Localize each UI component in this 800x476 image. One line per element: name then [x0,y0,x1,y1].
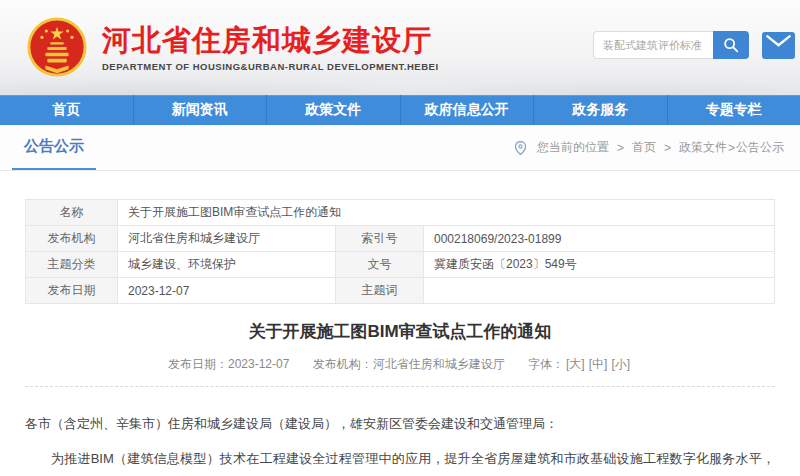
article-meta-date-label: 发布日期： [168,357,228,371]
breadcrumb: 您当前的位置 > 首页 > 政策文件 > 公告公示 [514,125,784,170]
nav-item-special[interactable]: 专题专栏 [667,95,800,125]
site-subtitle: DEPARTMENT OF HOUSING&URBAN-RURAL DEVELO… [102,61,439,72]
table-row: 发布机构 河北省住房和城乡建设厅 索引号 000218069/2023-0189… [26,226,775,252]
doc-keywords-label: 主题词 [336,278,424,304]
nav-item-policy[interactable]: 政策文件 [266,95,400,125]
doc-info-table: 名称 关于开展施工图BIM审查试点工作的通知 发布机构 河北省住房和城乡建设厅 … [25,199,775,304]
font-size-label: 字体： [528,357,564,371]
article-meta-agency-label: 发布机构： [313,357,373,371]
doc-agency-value: 河北省住房和城乡建设厅 [118,226,336,252]
header-search-area [593,31,795,59]
table-row: 名称 关于开展施工图BIM审查试点工作的通知 [26,200,775,226]
search-icon [722,36,740,54]
doc-keywords-value [424,278,775,304]
breadcrumb-current: 公告公示 [736,139,784,156]
doc-index-value: 000218069/2023-01899 [424,226,775,252]
font-size-large-button[interactable]: [大] [566,357,585,371]
breadcrumb-separator: > [664,141,671,155]
national-emblem-logo [26,15,88,81]
search-button[interactable] [713,31,749,59]
mail-icon [765,33,792,51]
search-input[interactable] [593,31,713,59]
nav-item-news[interactable]: 新闻资讯 [133,95,267,125]
section-title-tab: 公告公示 [12,125,96,170]
meta-divider [25,386,775,387]
table-row: 主题分类 城乡建设、环境保护 文号 冀建质安函〔2023〕549号 [26,252,775,278]
nav-item-services[interactable]: 政务服务 [533,95,667,125]
article-meta: 发布日期：2023-12-07 发布机构：河北省住房和城乡建设厅 字体：[大][… [25,356,775,373]
font-size-small-button[interactable]: [小] [611,357,630,371]
search-box [593,31,749,59]
article-meta-agency: 发布机构：河北省住房和城乡建设厅 [313,357,505,371]
doc-name-label: 名称 [26,200,118,226]
doc-name-value: 关于开展施工图BIM审查试点工作的通知 [118,200,775,226]
doc-number-label: 文号 [336,252,424,278]
doc-date-label: 发布日期 [26,278,118,304]
doc-category-label: 主题分类 [26,252,118,278]
article-meta-date-value: 2023-12-07 [228,357,289,371]
doc-agency-label: 发布机构 [26,226,118,252]
nav-item-home[interactable]: 首页 [0,95,133,125]
font-size-medium-button[interactable]: [中] [589,357,608,371]
doc-date-value: 2023-12-07 [118,278,336,304]
breadcrumb-separator: > [617,141,624,155]
main-nav: 首页 新闻资讯 政策文件 政府信息公开 政务服务 专题专栏 [0,95,800,125]
article-title: 关于开展施工图BIM审查试点工作的通知 [25,320,775,343]
doc-category-value: 城乡建设、环境保护 [118,252,336,278]
mail-button[interactable] [762,32,795,59]
article-body: 各市（含定州、辛集市）住房和城乡建设局（建设局），雄安新区管委会建设和交通管理局… [25,409,775,476]
article-paragraph: 各市（含定州、辛集市）住房和城乡建设局（建设局），雄安新区管委会建设和交通管理局… [25,409,775,438]
location-pin-icon [514,140,527,156]
site-title-block: 河北省住房和城乡建设厅 DEPARTMENT OF HOUSING&URBAN-… [102,23,439,73]
site-title: 河北省住房和城乡建设厅 [102,25,439,57]
breadcrumb-bar: 公告公示 您当前的位置 > 首页 > 政策文件 > 公告公示 [0,125,800,171]
doc-index-label: 索引号 [336,226,424,252]
content-area: 名称 关于开展施工图BIM审查试点工作的通知 发布机构 河北省住房和城乡建设厅 … [0,199,800,476]
breadcrumb-link-home[interactable]: 首页 [632,139,656,156]
article-meta-agency-value: 河北省住房和城乡建设厅 [373,357,505,371]
breadcrumb-link-policy[interactable]: 政策文件 [679,139,727,156]
breadcrumb-label: 您当前的位置 [537,139,609,156]
nav-item-gov-info[interactable]: 政府信息公开 [400,95,534,125]
doc-number-value: 冀建质安函〔2023〕549号 [424,252,775,278]
article-paragraph: 为推进BIM（建筑信息模型）技术在工程建设全过程管理中的应用，提升全省房屋建筑和… [25,444,775,476]
table-row: 发布日期 2023-12-07 主题词 [26,278,775,304]
breadcrumb-separator: > [728,141,735,155]
article-meta-date: 发布日期：2023-12-07 [168,357,289,371]
site-header: 河北省住房和城乡建设厅 DEPARTMENT OF HOUSING&URBAN-… [0,0,800,95]
article-meta-font: 字体：[大][中][小] [528,357,632,371]
